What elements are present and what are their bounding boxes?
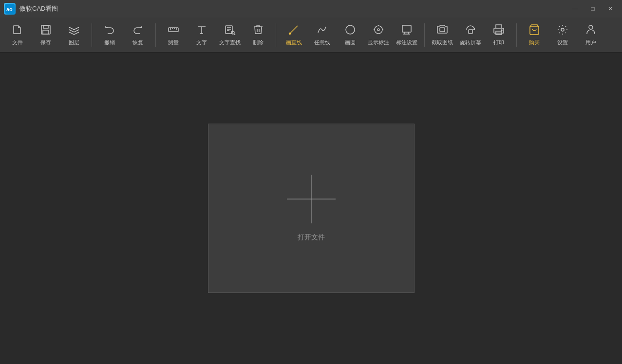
title-bar-left: ao 傲软CAD看图 xyxy=(4,3,58,15)
tool-annotation[interactable]: 显示标注 xyxy=(365,20,392,50)
tool-layer[interactable]: 图层 xyxy=(60,20,88,50)
delete-icon xyxy=(252,24,264,37)
tool-file-label: 文件 xyxy=(12,39,23,46)
app-title: 傲软CAD看图 xyxy=(19,4,58,13)
tool-rotate-label: 旋转屏幕 xyxy=(460,39,481,46)
open-file-text: 打开文件 xyxy=(298,233,325,242)
tool-text-label: 文字 xyxy=(196,39,207,46)
layer-icon xyxy=(68,24,80,37)
screenshot-icon xyxy=(436,24,448,37)
tool-delete-label: 删除 xyxy=(253,39,264,46)
svg-point-37 xyxy=(561,28,564,31)
svg-point-20 xyxy=(289,33,291,34)
redo-icon xyxy=(132,24,144,37)
circle-icon xyxy=(344,24,356,37)
separator-4 xyxy=(424,23,425,47)
marker-icon xyxy=(401,24,413,37)
open-file-area[interactable]: 打开文件 xyxy=(208,124,415,293)
svg-rect-3 xyxy=(43,25,48,28)
rotate-icon xyxy=(465,24,476,37)
print-icon xyxy=(493,24,505,37)
annotation-icon xyxy=(373,24,384,37)
tool-drawline[interactable]: 画直线 xyxy=(280,20,307,50)
tool-save[interactable]: 保存 xyxy=(32,20,59,50)
svg-point-26 xyxy=(377,29,379,31)
settings-icon xyxy=(557,24,568,37)
tool-screenshot-label: 截取图纸 xyxy=(432,39,453,46)
tool-freeline-label: 任意线 xyxy=(314,39,330,46)
tool-buy-label: 购买 xyxy=(529,39,540,46)
tool-save-label: 保存 xyxy=(40,39,51,46)
buy-icon xyxy=(528,24,540,37)
undo-icon xyxy=(104,24,115,37)
textfind-icon xyxy=(224,24,236,37)
tool-redo[interactable]: 恢复 xyxy=(124,20,151,50)
tool-marker[interactable]: 标注设置 xyxy=(393,20,420,50)
svg-point-17 xyxy=(231,31,234,34)
tool-freeline[interactable]: 任意线 xyxy=(308,20,336,50)
separator-5 xyxy=(516,23,517,47)
tool-drawline-label: 画直线 xyxy=(286,39,302,46)
tool-annotation-label: 显示标注 xyxy=(368,39,389,46)
tool-marker-label: 标注设置 xyxy=(396,39,417,46)
main-content: 打开文件 xyxy=(0,53,622,364)
freeline-icon xyxy=(316,24,328,37)
text-icon xyxy=(196,24,207,37)
tool-screenshot[interactable]: 截取图纸 xyxy=(429,20,456,50)
separator-1 xyxy=(92,23,92,47)
tool-print[interactable]: 打印 xyxy=(485,20,512,50)
svg-rect-27 xyxy=(402,25,411,32)
tool-settings-label: 设置 xyxy=(557,39,568,46)
drawline-icon xyxy=(288,24,300,37)
svg-point-35 xyxy=(501,30,502,31)
tool-delete[interactable]: 删除 xyxy=(245,20,272,50)
tool-print-label: 打印 xyxy=(493,39,504,46)
svg-rect-31 xyxy=(440,28,445,32)
svg-point-22 xyxy=(375,26,382,34)
tool-measure-label: 测量 xyxy=(168,39,179,46)
maximize-button[interactable]: □ xyxy=(585,3,601,15)
svg-point-38 xyxy=(589,25,593,29)
tool-undo[interactable]: 撤销 xyxy=(96,20,123,50)
tool-user-label: 用户 xyxy=(585,39,596,46)
app-logo: ao xyxy=(4,3,16,15)
tool-textfind[interactable]: 文字查找 xyxy=(216,20,244,50)
tool-text[interactable]: 文字 xyxy=(188,20,215,50)
tool-measure[interactable]: 测量 xyxy=(160,20,187,50)
tool-redo-label: 恢复 xyxy=(132,39,143,46)
tool-buy[interactable]: 购买 xyxy=(521,20,548,50)
plus-vertical xyxy=(311,175,311,223)
save-icon xyxy=(40,24,52,37)
tool-file[interactable]: 文件 xyxy=(4,20,31,50)
separator-2 xyxy=(155,23,156,47)
svg-rect-5 xyxy=(169,28,178,32)
tool-layer-label: 图层 xyxy=(69,39,79,46)
measure-icon xyxy=(168,24,179,37)
minimize-button[interactable]: — xyxy=(567,3,583,15)
tool-settings[interactable]: 设置 xyxy=(549,20,576,50)
svg-line-18 xyxy=(234,34,236,35)
svg-rect-32 xyxy=(469,30,472,34)
tool-circle-label: 画圆 xyxy=(345,39,356,46)
tool-undo-label: 撤销 xyxy=(104,39,115,46)
close-button[interactable]: ✕ xyxy=(603,3,618,15)
plus-icon xyxy=(287,175,336,223)
user-icon xyxy=(585,24,597,37)
tool-user[interactable]: 用户 xyxy=(577,20,604,50)
svg-line-19 xyxy=(290,26,298,34)
window-controls: — □ ✕ xyxy=(567,3,618,15)
file-icon xyxy=(12,24,23,37)
tool-circle[interactable]: 画圆 xyxy=(337,20,364,50)
svg-rect-4 xyxy=(43,30,49,34)
tool-textfind-label: 文字查找 xyxy=(219,39,241,46)
title-bar: ao 傲软CAD看图 — □ ✕ xyxy=(0,0,622,18)
separator-3 xyxy=(276,23,276,47)
svg-text:ao: ao xyxy=(6,6,13,12)
svg-point-21 xyxy=(346,25,355,34)
tool-rotate[interactable]: 旋转屏幕 xyxy=(457,20,484,50)
toolbar: 文件 保存 图层 撤 xyxy=(0,18,622,53)
